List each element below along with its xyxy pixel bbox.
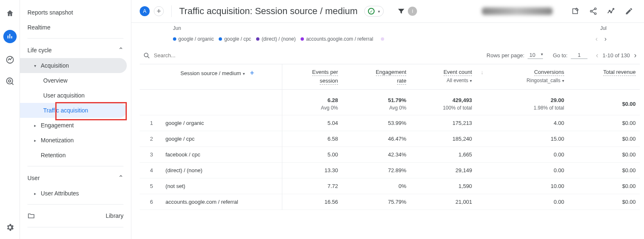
nav-retention[interactable]: Retention [20, 148, 131, 163]
nav-traffic-acquisition[interactable]: Traffic acquisition [20, 103, 127, 118]
customize-report-icon[interactable] [569, 5, 582, 18]
dimension-header[interactable]: Session source / medium▾ [180, 70, 245, 76]
legend-items: google / organicgoogle / cpc(direct) / (… [173, 36, 373, 42]
chevron-down-icon: ▾ [378, 9, 380, 14]
edit-pencil-icon[interactable] [622, 5, 636, 18]
nav-user-acquisition[interactable]: User acquisition [20, 88, 131, 103]
add-comparison-button[interactable]: + [154, 6, 164, 16]
rows-per-page-label: Rows per page: [486, 52, 524, 59]
svg-point-8 [611, 12, 612, 13]
nav-library[interactable]: Library [20, 208, 131, 224]
table-row[interactable]: 6accounts.google.com / referral16.5675.7… [140, 194, 640, 210]
legend-item[interactable]: google / organic [173, 36, 214, 42]
folder-icon [27, 212, 35, 219]
nav-realtime[interactable]: Realtime [20, 20, 131, 35]
nav-reports-snapshot[interactable]: Reports snapshot [20, 5, 131, 20]
nav-engagement[interactable]: ▸Engagement [20, 118, 131, 133]
filter-icon[interactable] [397, 7, 405, 15]
explore-icon[interactable] [5, 55, 15, 65]
caret-right-icon: ▸ [34, 191, 41, 196]
report-topbar: A + Traffic acquisition: Session source … [131, 0, 644, 23]
table-row[interactable]: 5(not set)7.720%1,59010.00$0.00 [140, 178, 640, 194]
svg-point-10 [144, 53, 148, 57]
add-dimension-button[interactable]: + [250, 69, 254, 78]
col-event-count[interactable]: Event count All events▾ [415, 69, 472, 83]
legend-item[interactable]: (direct) / (none) [256, 36, 296, 42]
svg-point-9 [613, 8, 614, 10]
prev-page-icon[interactable]: ‹ [596, 51, 598, 60]
nav-acquisition-overview[interactable]: Overview [20, 73, 131, 88]
report-status-pill[interactable]: ✓ ▾ [364, 6, 384, 17]
col-conversions[interactable]: Conversions Ringostat_calls▾ [492, 69, 564, 83]
rows-per-page-select[interactable]: 10 [528, 52, 543, 59]
next-page-icon[interactable]: › [634, 51, 637, 60]
report-nav-sidebar: Reports snapshot Realtime Life cycle ⌃ ▾… [20, 0, 131, 239]
table-controls: Rows per page: 10 Go to: 1 ‹ 1-10 of 130… [140, 47, 640, 64]
admin-gear-icon[interactable] [5, 222, 15, 232]
nav-user-attributes[interactable]: ▸User Attributes [20, 186, 131, 201]
report-title: Traffic acquisition: Session source / me… [179, 6, 358, 17]
reports-icon[interactable] [3, 30, 17, 43]
pagination-range: 1-10 of 130 [602, 52, 630, 59]
axis-label: Jul [600, 25, 607, 31]
share-icon[interactable] [587, 5, 600, 18]
caret-right-icon: ▸ [34, 123, 41, 128]
segment-chip[interactable]: A [140, 6, 150, 16]
axis-label: Jun [173, 25, 181, 31]
sort-indicator-icon[interactable]: ↓ [481, 69, 484, 76]
legend-item[interactable]: accounts.google.com / referral [301, 36, 373, 42]
caret-down-icon: ▾ [34, 63, 41, 68]
svg-point-7 [609, 10, 610, 12]
caret-right-icon: ▸ [34, 138, 41, 143]
advertising-icon[interactable] [5, 76, 15, 86]
col-engagement-rate[interactable]: Engagement rate [346, 69, 406, 85]
table-row[interactable]: 4(direct) / (none)13.3072.89%29,1490.00$… [140, 163, 640, 178]
section-life-cycle[interactable]: Life cycle ⌃ [20, 42, 131, 58]
svg-rect-3 [573, 9, 578, 14]
insights-icon[interactable] [604, 4, 618, 18]
chevron-up-icon: ⌃ [118, 46, 123, 54]
chevron-left-icon[interactable]: ‹ [595, 35, 597, 43]
chevron-up-icon: ⌃ [118, 174, 123, 182]
nav-monetization[interactable]: ▸Monetization [20, 133, 131, 148]
info-badge[interactable]: I [408, 7, 417, 16]
chevron-right-icon[interactable]: › [605, 35, 607, 43]
legend-item[interactable]: google / cpc [219, 36, 251, 42]
svg-point-2 [8, 80, 10, 82]
check-circle-icon: ✓ [368, 8, 375, 15]
icon-rail [0, 0, 20, 239]
chart-legend: Jun Jul [140, 23, 640, 35]
data-table: Session source / medium▾ + Events per se… [140, 64, 640, 210]
report-main: A + Traffic acquisition: Session source … [131, 0, 644, 239]
nav-acquisition[interactable]: ▾ Acquisition [20, 58, 127, 73]
goto-label: Go to: [553, 52, 568, 59]
table-row[interactable]: 1google / organic5.0453.99%175,2134.00$0… [140, 115, 640, 131]
table-row[interactable]: 2google / cpc6.5846.47%185,24015.00$0.00 [140, 131, 640, 147]
col-events-per-session[interactable]: Events per session [286, 69, 338, 85]
section-user[interactable]: User ⌃ [20, 170, 131, 186]
legend-pager[interactable]: ‹ › [595, 35, 607, 43]
search-icon [143, 52, 151, 59]
home-icon[interactable] [5, 8, 15, 18]
table-row[interactable]: 3facebook / cpc5.0042.34%1,6650.00$0.00 [140, 147, 640, 163]
svg-point-1 [6, 78, 12, 84]
table-search-input[interactable] [154, 52, 245, 59]
date-range-picker[interactable] [482, 7, 553, 15]
col-total-revenue[interactable]: Total revenue [572, 69, 636, 76]
goto-input[interactable]: 1 [571, 52, 587, 59]
